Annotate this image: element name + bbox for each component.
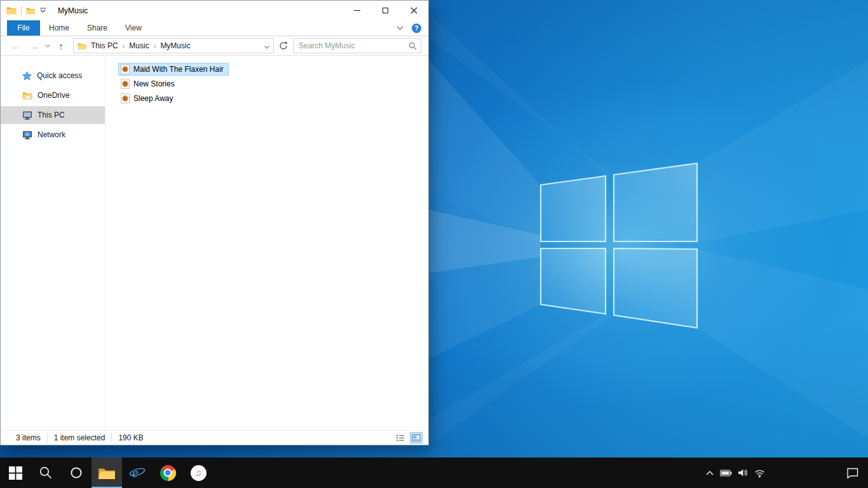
recent-locations-button[interactable] — [43, 37, 53, 54]
breadcrumb-separator: › — [123, 42, 125, 50]
view-toggle-buttons — [394, 432, 428, 444]
hidden-icons-button[interactable] — [705, 470, 714, 476]
tab-share[interactable]: Share — [78, 20, 116, 36]
maximize-button[interactable] — [371, 1, 400, 20]
window-controls — [342, 1, 428, 20]
wifi-icon — [754, 468, 765, 478]
file-item[interactable]: New Stories — [118, 78, 180, 90]
file-explorer-icon — [98, 466, 116, 480]
refresh-icon — [279, 41, 288, 50]
up-button[interactable]: ↑ — [53, 37, 69, 54]
chrome-icon — [160, 465, 176, 481]
internet-explorer-icon: e — [129, 464, 146, 481]
minimize-button[interactable] — [342, 1, 371, 20]
taskbar-file-explorer-button[interactable] — [92, 458, 122, 488]
breadcrumb-mymusic[interactable]: MyMusic — [158, 41, 193, 50]
address-bar-row: ← → ↑ This PC › Music › MyMusic — [1, 36, 428, 56]
taskbar-search-button[interactable] — [31, 458, 61, 488]
close-icon — [410, 7, 417, 14]
maximize-icon — [383, 8, 388, 13]
status-bar: 3 items 1 item selected 190 KB — [1, 430, 428, 445]
file-name: Maid With The Flaxen Hair — [133, 65, 224, 74]
quick-access-star-icon — [22, 71, 32, 81]
breadcrumb-separator: › — [154, 42, 156, 50]
status-item-count: 3 items — [16, 433, 41, 442]
qat-new-folder-icon[interactable] — [26, 7, 35, 15]
taskbar-chrome-button[interactable] — [153, 458, 183, 488]
volume-icon — [738, 468, 749, 478]
breadcrumb-music[interactable]: Music — [126, 41, 151, 50]
search-box[interactable] — [293, 38, 421, 53]
file-row: Sleep Away — [118, 92, 428, 106]
tab-home[interactable]: Home — [40, 20, 78, 36]
file-row: Maid With The Flaxen Hair — [118, 63, 428, 77]
file-item[interactable]: Sleep Away — [118, 92, 179, 105]
cortana-icon — [69, 466, 83, 480]
tab-view[interactable]: View — [116, 20, 151, 36]
battery-indicator[interactable] — [720, 468, 732, 478]
recent-locations-chevron-icon — [45, 44, 50, 48]
taskbar-itunes-button[interactable]: ♫ — [183, 458, 214, 488]
network-icon — [22, 130, 32, 140]
address-folder-icon — [78, 43, 86, 50]
sidebar-item-label: OneDrive — [37, 91, 70, 100]
network-indicator[interactable] — [754, 468, 765, 478]
minimize-icon — [354, 10, 360, 11]
navigation-pane: Quick access OneDrive — [1, 57, 105, 430]
file-list: Maid With The Flaxen Hair New Stories — [105, 57, 428, 430]
music-note-icon: ♫ — [195, 468, 202, 478]
sidebar-item-label: Network — [37, 130, 65, 139]
sidebar-item-label: This PC — [37, 111, 65, 119]
sidebar-item-quick-access[interactable]: Quick access — [1, 67, 105, 85]
system-tray — [705, 458, 765, 488]
refresh-button[interactable] — [276, 38, 290, 53]
volume-indicator[interactable] — [738, 468, 749, 478]
taskbar-search-icon — [39, 466, 53, 480]
status-separator — [111, 433, 112, 442]
sidebar-item-network[interactable]: Network — [1, 126, 105, 144]
breadcrumb-this-pc[interactable]: This PC — [88, 41, 121, 50]
address-bar[interactable]: This PC › Music › MyMusic — [73, 38, 274, 53]
action-center-button[interactable] — [839, 458, 865, 488]
music-file-icon — [120, 64, 130, 74]
close-button[interactable] — [400, 1, 428, 20]
sidebar-item-onedrive[interactable]: OneDrive — [1, 86, 105, 104]
folder-icon — [6, 6, 17, 15]
start-button[interactable] — [0, 458, 31, 488]
music-file-icon — [120, 79, 130, 89]
this-pc-icon — [22, 111, 32, 120]
qat-customize-chevron-icon[interactable] — [39, 8, 46, 13]
forward-button[interactable]: → — [25, 37, 43, 54]
cortana-button[interactable] — [61, 458, 92, 488]
tab-file[interactable]: File — [7, 20, 40, 36]
battery-icon — [720, 468, 732, 478]
taskbar-internet-explorer-button[interactable]: e — [122, 458, 153, 488]
large-icons-view-icon — [412, 434, 421, 442]
quick-access-toolbar — [1, 6, 46, 15]
toolbar-separator — [21, 6, 22, 15]
file-item-selected[interactable]: Maid With The Flaxen Hair — [118, 63, 229, 76]
window-body: Quick access OneDrive — [1, 57, 428, 430]
window-title: MyMusic — [58, 6, 88, 15]
itunes-icon: ♫ — [191, 465, 207, 481]
status-size: 190 KB — [118, 433, 143, 442]
search-input[interactable] — [299, 41, 409, 50]
action-center-icon — [846, 468, 858, 478]
onedrive-folder-icon — [22, 92, 32, 100]
ribbon-right-controls: ? — [397, 20, 428, 36]
sidebar-item-label: Quick access — [37, 71, 82, 80]
sidebar-item-this-pc[interactable]: This PC — [1, 106, 105, 124]
file-explorer-window: MyMusic File Home Share View — [0, 0, 429, 445]
status-separator — [47, 433, 48, 442]
back-button[interactable]: ← — [7, 37, 25, 54]
address-dropdown-button[interactable] — [264, 40, 269, 51]
file-row: New Stories — [118, 78, 428, 92]
large-icons-view-button[interactable] — [410, 432, 423, 444]
music-file-icon — [120, 93, 130, 104]
address-dropdown-chevron-icon — [264, 46, 269, 49]
details-view-button[interactable] — [394, 432, 407, 444]
help-icon[interactable]: ? — [412, 24, 421, 33]
ribbon-collapse-chevron-icon[interactable] — [397, 26, 403, 30]
titlebar[interactable]: MyMusic — [1, 1, 428, 20]
hidden-icons-chevron-icon — [705, 470, 714, 476]
